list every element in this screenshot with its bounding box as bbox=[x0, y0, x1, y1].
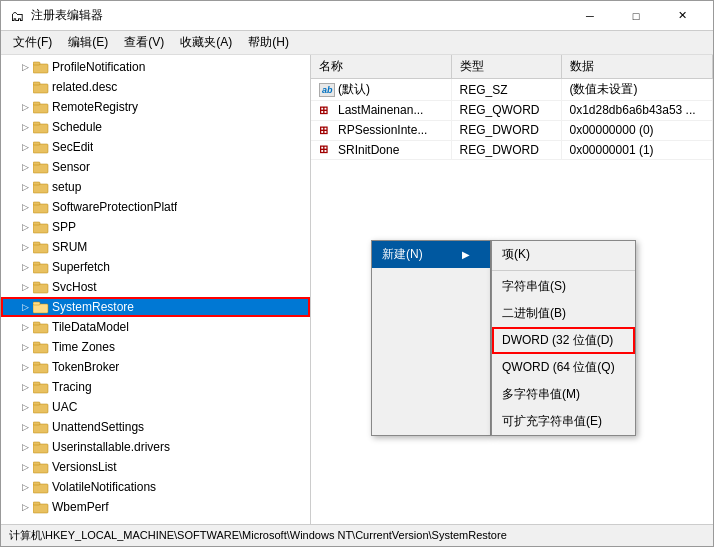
tree-item[interactable]: ▷ Time Zones bbox=[1, 337, 310, 357]
tree-item-label: Schedule bbox=[52, 120, 102, 134]
window-title: 注册表编辑器 bbox=[31, 7, 567, 24]
svg-rect-5 bbox=[33, 102, 40, 105]
tree-item-label: SPP bbox=[52, 220, 76, 234]
tree-item-label: TileDataModel bbox=[52, 320, 129, 334]
table-row[interactable]: ab(默认) REG_SZ (数值未设置) bbox=[311, 79, 713, 101]
svg-rect-42 bbox=[33, 484, 48, 493]
folder-icon bbox=[33, 140, 49, 154]
tree-item-label: Superfetch bbox=[52, 260, 110, 274]
maximize-button[interactable]: □ bbox=[613, 1, 659, 31]
reg-icon: ⊞ bbox=[319, 143, 335, 157]
tree-arrow-icon: ▷ bbox=[17, 62, 33, 72]
cell-type: REG_DWORD bbox=[451, 120, 561, 140]
context-menu-item-dword[interactable]: DWORD (32 位值(D) bbox=[492, 327, 635, 354]
menu-edit[interactable]: 编辑(E) bbox=[60, 32, 116, 53]
tree-item[interactable]: ▷ Schedule bbox=[1, 117, 310, 137]
tree-item[interactable]: ▷ Superfetch bbox=[1, 257, 310, 277]
menu-favorites[interactable]: 收藏夹(A) bbox=[172, 32, 240, 53]
tree-item[interactable]: ▷ VolatileNotifications bbox=[1, 477, 310, 497]
status-bar: 计算机\HKEY_LOCAL_MACHINE\SOFTWARE\Microsof… bbox=[1, 524, 713, 546]
tree-item-label: SvcHost bbox=[52, 280, 97, 294]
tree-arrow-icon: ▷ bbox=[17, 422, 33, 432]
main-window: 🗂 注册表编辑器 ─ □ ✕ 文件(F) 编辑(E) 查看(V) 收藏夹(A) … bbox=[0, 0, 714, 547]
tree-item[interactable]: ▷ RemoteRegistry bbox=[1, 97, 310, 117]
tree-item[interactable]: ▷ SecEdit bbox=[1, 137, 310, 157]
cell-name: ⊞LastMainenan... bbox=[311, 101, 451, 121]
cell-data: (数值未设置) bbox=[561, 79, 713, 101]
tree-item[interactable]: ▷ SoftwareProtectionPlatf bbox=[1, 197, 310, 217]
cell-type: REG_QWORD bbox=[451, 101, 561, 121]
tree-item-label: SystemRestore bbox=[52, 300, 134, 314]
tree-item[interactable]: ▷ SvcHost bbox=[1, 277, 310, 297]
tree-item-label: UAC bbox=[52, 400, 77, 414]
table-row[interactable]: ⊞SRInitDone REG_DWORD 0x00000001 (1) bbox=[311, 140, 713, 160]
tree-item[interactable]: ▷ SRUM bbox=[1, 237, 310, 257]
svg-rect-27 bbox=[33, 322, 40, 325]
tree-item[interactable]: ▷ UnattendSettings bbox=[1, 417, 310, 437]
tree-item[interactable]: ▷ Userinstallable.drivers bbox=[1, 437, 310, 457]
svg-rect-12 bbox=[33, 184, 48, 193]
svg-rect-17 bbox=[33, 222, 40, 225]
menu-file[interactable]: 文件(F) bbox=[5, 32, 60, 53]
menu-bar: 文件(F) 编辑(E) 查看(V) 收藏夹(A) 帮助(H) bbox=[1, 31, 713, 55]
svg-rect-33 bbox=[33, 382, 40, 385]
svg-rect-4 bbox=[33, 104, 48, 113]
table-row[interactable]: ⊞LastMainenan... REG_QWORD 0x1d28db6a6b4… bbox=[311, 101, 713, 121]
cell-name: ⊞RPSessionInte... bbox=[311, 120, 451, 140]
tree-arrow-icon: ▷ bbox=[17, 282, 33, 292]
tree-item[interactable]: ▷ WbemPerf bbox=[1, 497, 310, 517]
svg-rect-23 bbox=[33, 282, 40, 285]
tree-item[interactable]: ▷ TokenBroker bbox=[1, 357, 310, 377]
svg-rect-38 bbox=[33, 444, 48, 453]
folder-icon bbox=[33, 340, 49, 354]
submenu-arrow-icon: ▶ bbox=[462, 249, 470, 260]
tree-item-label: TokenBroker bbox=[52, 360, 119, 374]
menu-help[interactable]: 帮助(H) bbox=[240, 32, 297, 53]
tree-item[interactable]: ▷ UAC bbox=[1, 397, 310, 417]
tree-arrow-icon: ▷ bbox=[17, 382, 33, 392]
folder-icon bbox=[33, 440, 49, 454]
context-menu-item-new[interactable]: 新建(N) ▶ bbox=[372, 241, 490, 268]
context-menu-item-qword[interactable]: QWORD (64 位值(Q) bbox=[492, 354, 635, 381]
tree-item[interactable]: ▷ TileDataModel bbox=[1, 317, 310, 337]
tree-item-label: ProfileNotification bbox=[52, 60, 145, 74]
svg-rect-2 bbox=[33, 84, 48, 93]
tree-arrow-icon: ▷ bbox=[17, 402, 33, 412]
context-menu-item-multistring[interactable]: 多字符串值(M) bbox=[492, 381, 635, 408]
tree-item[interactable]: ▷ VersionsList bbox=[1, 457, 310, 477]
tree-item[interactable]: ▷ Tracing bbox=[1, 377, 310, 397]
close-button[interactable]: ✕ bbox=[659, 1, 705, 31]
tree-item[interactable]: ▷ ProfileNotification bbox=[1, 57, 310, 77]
tree-item[interactable]: ▷ setup bbox=[1, 177, 310, 197]
folder-icon bbox=[33, 200, 49, 214]
context-menu-item-expandstring[interactable]: 可扩充字符串值(E) bbox=[492, 408, 635, 435]
tree-item[interactable]: ▷ SPP bbox=[1, 217, 310, 237]
menu-view[interactable]: 查看(V) bbox=[116, 32, 172, 53]
col-data: 数据 bbox=[561, 55, 713, 79]
folder-icon bbox=[33, 460, 49, 474]
svg-rect-13 bbox=[33, 182, 40, 185]
svg-rect-40 bbox=[33, 464, 48, 473]
tree-arrow-icon: ▷ bbox=[17, 262, 33, 272]
table-row[interactable]: ⊞RPSessionInte... REG_DWORD 0x00000000 (… bbox=[311, 120, 713, 140]
col-name: 名称 bbox=[311, 55, 451, 79]
tree-item[interactable]: related.desc bbox=[1, 77, 310, 97]
svg-rect-26 bbox=[33, 324, 48, 333]
folder-icon bbox=[33, 500, 49, 514]
tree-item[interactable]: ▷ Sensor bbox=[1, 157, 310, 177]
svg-rect-35 bbox=[33, 402, 40, 405]
minimize-button[interactable]: ─ bbox=[567, 1, 613, 31]
tree-pane[interactable]: ▷ ProfileNotification related.desc ▷ Rem… bbox=[1, 55, 311, 524]
context-menu-item-string[interactable]: 字符串值(S) bbox=[492, 273, 635, 300]
tree-arrow-icon: ▷ bbox=[17, 482, 33, 492]
context-menu-item-binary[interactable]: 二进制值(B) bbox=[492, 300, 635, 327]
reg-icon: ⊞ bbox=[319, 124, 335, 138]
svg-rect-21 bbox=[33, 262, 40, 265]
folder-icon bbox=[33, 220, 49, 234]
tree-arrow-icon: ▷ bbox=[17, 502, 33, 512]
svg-rect-31 bbox=[33, 362, 40, 365]
context-menu-item-key[interactable]: 项(K) bbox=[492, 241, 635, 268]
svg-rect-37 bbox=[33, 422, 40, 425]
tree-item[interactable]: ▷ SystemRestore bbox=[1, 297, 310, 317]
tree-item-label: Tracing bbox=[52, 380, 92, 394]
